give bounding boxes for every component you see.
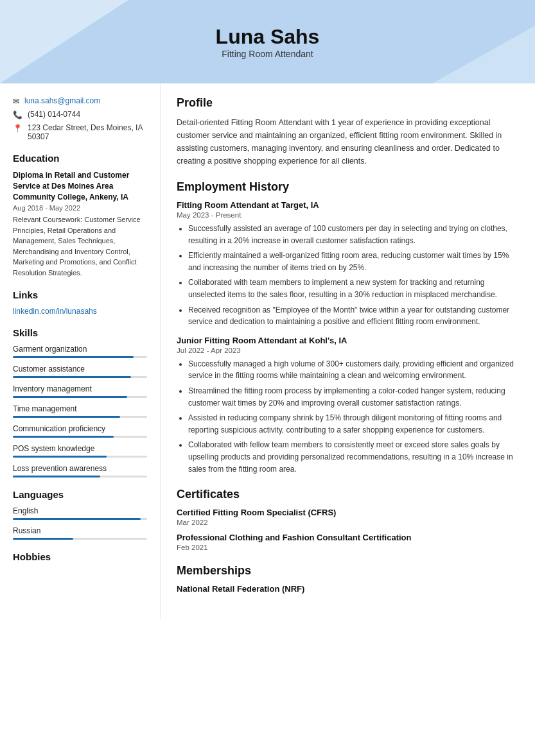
job-bullet: Assisted in reducing company shrink by 1…: [188, 412, 519, 436]
cert-name: Professional Clothing and Fashion Consul…: [177, 533, 519, 542]
header-triangle-left: [0, 0, 128, 83]
job-title: Junior Fitting Room Attendant at Kohl's,…: [177, 336, 519, 345]
links-section: Links linkedin.com/in/lunasahs: [13, 289, 147, 316]
job-bullet: Received recognition as "Employee of the…: [188, 304, 519, 328]
job-bullet: Successfully managed a high volume of 30…: [188, 358, 519, 382]
skill-name: Time management: [13, 404, 147, 413]
certs-list: Certified Fitting Room Specialist (CFRS)…: [177, 508, 519, 551]
skill-bar-bg: [13, 356, 147, 358]
email-link[interactable]: luna.sahs@gmail.com: [24, 96, 100, 105]
skill-bar-bg: [13, 376, 147, 378]
skill-item: Communication proficiency: [13, 424, 147, 438]
skill-bar-fill: [13, 436, 114, 438]
membership-item: National Retail Federation (NRF): [177, 584, 519, 594]
jobs-list: Fitting Room Attendant at Target, IA May…: [177, 200, 519, 475]
skill-name: Communication proficiency: [13, 424, 147, 433]
contact-address: 📍 123 Cedar Street, Des Moines, IA 50307: [13, 123, 147, 141]
contact-phone: 📞 (541) 014-0744: [13, 110, 147, 119]
skill-item: Inventory management: [13, 384, 147, 398]
sidebar: ✉ luna.sahs@gmail.com 📞 (541) 014-0744 📍…: [0, 83, 161, 619]
education-section: Education Diploma in Retail and Customer…: [13, 153, 147, 278]
header: Luna Sahs Fitting Room Attendant: [0, 0, 535, 83]
main-content: Profile Detail-oriented Fitting Room Att…: [161, 83, 535, 619]
links-title: Links: [13, 289, 147, 300]
hobbies-section: Hobbies: [13, 551, 147, 562]
cert-date: Feb 2021: [177, 544, 519, 551]
languages-list: English Russian: [13, 506, 147, 540]
language-bar-bg: [13, 518, 147, 520]
header-triangle-right: [432, 26, 535, 83]
job-date: May 2023 - Present: [177, 211, 519, 219]
language-bar-fill: [13, 518, 141, 520]
language-bar-fill: [13, 538, 73, 540]
memberships-list: National Retail Federation (NRF): [177, 584, 519, 594]
cert-item: Certified Fitting Room Specialist (CFRS)…: [177, 508, 519, 526]
cert-item: Professional Clothing and Fashion Consul…: [177, 533, 519, 551]
edu-coursework: Relevant Coursework: Customer Service Pr…: [13, 214, 147, 278]
skill-bar-fill: [13, 456, 107, 458]
language-name: Russian: [13, 526, 147, 535]
skill-name: Inventory management: [13, 384, 147, 393]
location-icon: 📍: [13, 124, 22, 133]
edu-degree: Diploma in Retail and Customer Service a…: [13, 170, 147, 202]
job-item: Junior Fitting Room Attendant at Kohl's,…: [177, 336, 519, 475]
skill-item: Garment organization: [13, 345, 147, 358]
candidate-name: Luna Sahs: [216, 25, 320, 49]
profile-text: Detail-oriented Fitting Room Attendant w…: [177, 116, 519, 168]
skill-bar-fill: [13, 416, 120, 418]
skills-title: Skills: [13, 327, 147, 338]
skill-item: POS system knowledge: [13, 444, 147, 458]
skill-bar-bg: [13, 396, 147, 398]
skill-bar-bg: [13, 456, 147, 458]
language-item: Russian: [13, 526, 147, 540]
address-text: 123 Cedar Street, Des Moines, IA 50307: [28, 123, 147, 141]
cert-date: Mar 2022: [177, 519, 519, 526]
skill-name: POS system knowledge: [13, 444, 147, 453]
language-item: English: [13, 506, 147, 520]
job-bullets-list: Successfully assisted an average of 100 …: [177, 223, 519, 328]
skill-name: Customer assistance: [13, 365, 147, 374]
profile-section: Profile Detail-oriented Fitting Room Att…: [177, 96, 519, 168]
email-icon: ✉: [13, 97, 19, 106]
skill-bar-bg: [13, 476, 147, 477]
language-bar-bg: [13, 538, 147, 540]
memberships-title: Memberships: [177, 564, 519, 578]
candidate-title: Fitting Room Attendant: [222, 49, 313, 59]
job-title: Fitting Room Attendant at Target, IA: [177, 200, 519, 210]
job-bullets-list: Successfully managed a high volume of 30…: [177, 358, 519, 475]
skill-bar-fill: [13, 476, 100, 477]
profile-title: Profile: [177, 96, 519, 110]
job-bullet: Collaborated with fellow team members to…: [188, 439, 519, 475]
edu-date: Aug 2018 - May 2022: [13, 204, 147, 212]
main-layout: ✉ luna.sahs@gmail.com 📞 (541) 014-0744 📍…: [0, 83, 535, 619]
membership-name: National Retail Federation (NRF): [177, 584, 519, 594]
phone-icon: 📞: [13, 110, 22, 119]
linkedin-link[interactable]: linkedin.com/in/lunasahs: [13, 307, 97, 316]
languages-section: Languages English Russian: [13, 489, 147, 540]
contact-section: ✉ luna.sahs@gmail.com 📞 (541) 014-0744 📍…: [13, 96, 147, 141]
job-item: Fitting Room Attendant at Target, IA May…: [177, 200, 519, 328]
skill-bar-bg: [13, 416, 147, 418]
languages-title: Languages: [13, 489, 147, 500]
skill-item: Customer assistance: [13, 365, 147, 378]
phone-text: (541) 014-0744: [28, 110, 80, 119]
cert-name: Certified Fitting Room Specialist (CFRS): [177, 508, 519, 517]
skill-bar-fill: [13, 356, 134, 358]
skill-name: Garment organization: [13, 345, 147, 354]
skill-bar-bg: [13, 436, 147, 438]
job-bullet: Streamlined the fitting room process by …: [188, 385, 519, 409]
job-bullet: Collaborated with team members to implem…: [188, 277, 519, 300]
linkedin-link-item: linkedin.com/in/lunasahs: [13, 307, 147, 316]
skills-section: Skills Garment organization Customer ass…: [13, 327, 147, 477]
education-title: Education: [13, 153, 147, 164]
job-bullet: Successfully assisted an average of 100 …: [188, 223, 519, 246]
job-bullet: Efficiently maintained a well-organized …: [188, 250, 519, 273]
memberships-section: Memberships National Retail Federation (…: [177, 564, 519, 594]
skill-name: Loss prevention awareness: [13, 464, 147, 473]
certificates-section: Certificates Certified Fitting Room Spec…: [177, 488, 519, 551]
skill-bar-fill: [13, 396, 127, 398]
employment-title: Employment History: [177, 180, 519, 194]
skills-list: Garment organization Customer assistance…: [13, 345, 147, 477]
employment-section: Employment History Fitting Room Attendan…: [177, 180, 519, 475]
skill-item: Time management: [13, 404, 147, 418]
